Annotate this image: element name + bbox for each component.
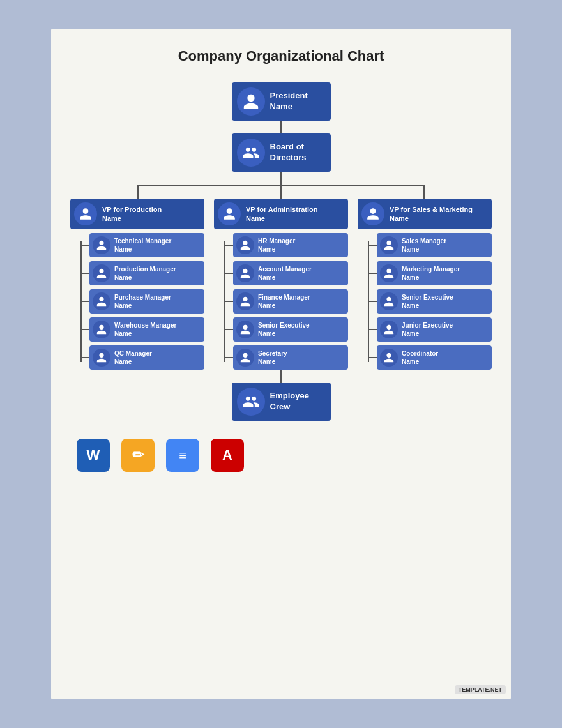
sub-box[interactable]: SecretaryName <box>233 345 348 370</box>
list-item: CoordinatorName <box>368 345 492 370</box>
sub-box[interactable]: Marketing ManagerName <box>377 261 492 285</box>
h-connector <box>368 357 377 358</box>
sub-text: Finance ManagerName <box>258 293 310 310</box>
list-item: Junior ExecutiveName <box>368 317 492 342</box>
vp-admin-icon <box>218 202 241 225</box>
h-connector <box>224 245 233 246</box>
sub-box[interactable]: Senior ExecutiveName <box>233 317 348 342</box>
sub-box[interactable]: Purchase ManagerName <box>89 289 204 314</box>
col1-items: Technical ManagerName Production Manager… <box>80 233 204 370</box>
pdf-icon[interactable]: A <box>211 439 244 472</box>
list-item: Technical ManagerName <box>80 233 204 257</box>
h-connector <box>368 329 377 330</box>
sub-text: SecretaryName <box>258 349 287 366</box>
sub-icon <box>93 349 110 367</box>
list-item: Warehouse ManagerName <box>80 317 204 342</box>
vp-sales-text: VP for Sales & Marketing Name <box>390 205 473 224</box>
h-connector <box>80 245 89 246</box>
vp-production-box[interactable]: VP for Production Name <box>70 199 204 229</box>
h-connector <box>80 329 89 330</box>
sub-icon <box>93 264 110 282</box>
sub-icon <box>380 236 398 254</box>
col3-vline <box>368 241 369 362</box>
sub-text: Marketing ManagerName <box>402 265 460 282</box>
sub-icon <box>236 321 254 338</box>
list-item: Production ManagerName <box>80 261 204 285</box>
word-icon[interactable]: W <box>77 439 110 472</box>
employee-crew-box[interactable]: Employee Crew <box>232 383 331 421</box>
sub-text: Senior ExecutiveName <box>402 293 453 310</box>
sub-box[interactable]: Warehouse ManagerName <box>89 317 204 342</box>
sub-icon <box>236 349 254 367</box>
col-sales: VP for Sales & Marketing Name Sales Mana… <box>358 199 492 370</box>
org-chart: President Name Board of Directors <box>70 82 492 421</box>
col-production: VP for Production Name Technical Manager… <box>70 199 204 370</box>
sub-icon <box>380 292 398 310</box>
vp-production-text: VP for Production Name <box>102 205 162 224</box>
list-item: Senior ExecutiveName <box>368 289 492 314</box>
board-icon <box>237 139 265 167</box>
list-item: Finance ManagerName <box>224 289 348 314</box>
board-box[interactable]: Board of Directors <box>232 133 331 172</box>
sub-box[interactable]: Production ManagerName <box>89 261 204 285</box>
h-connector <box>368 273 377 274</box>
h-connector <box>224 329 233 330</box>
sub-icon <box>236 292 254 310</box>
h-connector <box>224 357 233 358</box>
pages-icon[interactable]: ✏ <box>121 439 155 472</box>
sub-box[interactable]: QC ManagerName <box>89 345 204 370</box>
col1-sublist: Technical ManagerName Production Manager… <box>80 233 204 370</box>
sub-icon <box>93 321 110 338</box>
sub-box[interactable]: Technical ManagerName <box>89 233 204 257</box>
sub-text: HR ManagerName <box>258 237 295 254</box>
h-connector <box>80 273 89 274</box>
sub-text: Senior ExecutiveName <box>258 321 310 338</box>
vp-admin-box[interactable]: VP for Administration Name <box>214 199 348 229</box>
sub-box[interactable]: Senior ExecutiveName <box>377 289 492 314</box>
page-title: Company Organizational Chart <box>178 48 384 64</box>
connector-to-crew <box>280 370 282 383</box>
sub-text: CoordinatorName <box>402 349 438 366</box>
list-item: Senior ExecutiveName <box>224 317 348 342</box>
list-item: Account ManagerName <box>224 261 348 285</box>
col3-sublist: Sales ManagerName Marketing ManagerName … <box>368 233 492 370</box>
sub-text: Sales ManagerName <box>402 237 446 254</box>
sub-text: Technical ManagerName <box>114 237 171 254</box>
col1-vline <box>80 241 82 362</box>
sub-icon <box>380 321 398 338</box>
col2-sublist: HR ManagerName Account ManagerName Finan… <box>224 233 348 370</box>
h-connector <box>368 245 377 246</box>
sub-box[interactable]: Junior ExecutiveName <box>377 317 492 342</box>
sub-box[interactable]: Account ManagerName <box>233 261 348 285</box>
sub-box[interactable]: HR ManagerName <box>233 233 348 257</box>
docs-icon[interactable]: ≡ <box>166 439 199 472</box>
vp-section: VP for Production Name Technical Manager… <box>70 185 492 370</box>
sub-icon <box>93 292 110 310</box>
sub-text: Warehouse ManagerName <box>114 321 176 338</box>
employee-crew-text: Employee Crew <box>270 391 309 413</box>
list-item: Marketing ManagerName <box>368 261 492 285</box>
sub-icon <box>236 264 254 282</box>
list-item: QC ManagerName <box>80 345 204 370</box>
sub-box[interactable]: Sales ManagerName <box>377 233 492 257</box>
col2-items: HR ManagerName Account ManagerName Finan… <box>224 233 348 370</box>
list-item: Sales ManagerName <box>368 233 492 257</box>
president-box[interactable]: President Name <box>232 82 331 121</box>
h-connector <box>80 301 89 302</box>
connector-pres-board <box>280 121 282 133</box>
col2-vline <box>224 241 225 362</box>
h-connector <box>224 301 233 302</box>
connector-board-vp <box>280 172 282 185</box>
president-node: President Name <box>232 82 331 133</box>
vp-sales-icon <box>361 202 384 225</box>
vp-admin-text: VP for Administration Name <box>246 205 317 224</box>
template-badge: TEMPLATE.NET <box>455 685 506 694</box>
sub-box[interactable]: CoordinatorName <box>377 345 492 370</box>
icons-row: W ✏ ≡ A <box>70 439 492 472</box>
three-col: VP for Production Name Technical Manager… <box>70 185 492 370</box>
vp-sales-box[interactable]: VP for Sales & Marketing Name <box>358 199 492 229</box>
sub-box[interactable]: Finance ManagerName <box>233 289 348 314</box>
h-connector <box>80 357 89 358</box>
sub-text: Account ManagerName <box>258 265 312 282</box>
employee-crew-icon <box>237 388 265 416</box>
